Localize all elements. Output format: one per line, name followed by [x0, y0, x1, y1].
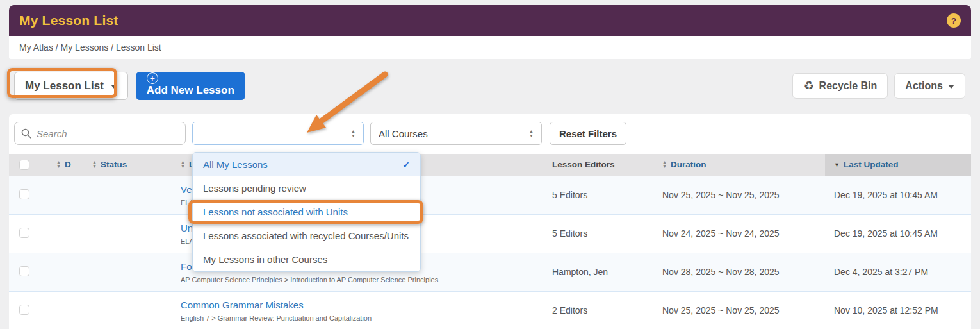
cell-last-updated: Dec 19, 2025 at 10:45 AM: [825, 214, 971, 253]
cell-duration: Nov 28, 2025 ~ Nov 28, 2025: [653, 253, 825, 291]
sort-icon: [56, 160, 61, 169]
column-header-last-updated[interactable]: Last Updated: [825, 154, 971, 176]
sort-icon: [181, 160, 185, 169]
lesson-filter-select[interactable]: [192, 122, 364, 145]
table-row: Unde ELA 2 5 Editors Nov 24, 2025 ~ Nov …: [9, 214, 971, 253]
add-new-lesson-button[interactable]: Add New Lesson: [136, 72, 245, 100]
lesson-table: D Status Lesson Name Lesson Editors Dura…: [9, 154, 971, 329]
row-checkbox[interactable]: [19, 228, 29, 238]
breadcrumb-path[interactable]: My Atlas / My Lessons / Lesson List: [19, 42, 161, 53]
row-checkbox[interactable]: [19, 266, 29, 276]
page-header-card: My Lesson List ? My Atlas / My Lessons /…: [9, 5, 971, 59]
column-header-d[interactable]: D: [47, 154, 83, 176]
column-header-lesson-editors: Lesson Editors: [543, 154, 653, 176]
select-all-header: [9, 154, 47, 176]
lesson-path: AP Computer Science Principles > Introdu…: [181, 276, 539, 283]
toolbar: My Lesson List Add New Lesson Recycle Bi…: [9, 72, 971, 100]
lesson-list-card: All Courses Reset Filters D Status Lesso…: [9, 114, 971, 329]
toolbar-right-group: Recycle Bin Actions: [792, 73, 965, 99]
table-row: Foun AP Computer Science Principles > In…: [9, 253, 971, 291]
page-title: My Lesson List: [19, 13, 118, 28]
column-label: Lesson Editors: [552, 160, 615, 169]
course-filter-select[interactable]: All Courses: [370, 122, 542, 145]
chevron-down-icon: [111, 85, 117, 89]
table-row: Common Grammar Mistakes English 7 > Gram…: [9, 291, 971, 329]
reset-filters-button[interactable]: Reset Filters: [550, 122, 626, 145]
cell-editors: 5 Editors: [543, 176, 653, 214]
lesson-list-selector-button[interactable]: My Lesson List: [14, 72, 128, 100]
menu-item-all-my-lessons[interactable]: All My Lessons ✓: [193, 153, 420, 176]
check-icon: ✓: [402, 160, 410, 170]
cell-last-updated: Dec 4, 2025 at 3:27 PM: [825, 253, 971, 291]
cell-status: [83, 253, 178, 291]
cell-duration: Nov 25, 2025 ~ Nov 25, 2025: [653, 291, 825, 329]
sort-icon: [662, 160, 667, 169]
cell-last-updated: Dec 19, 2025 at 10:45 AM: [825, 176, 971, 214]
menu-item-lessons-not-associated-with-units[interactable]: Lessons not associated with Units: [193, 200, 420, 224]
filter-bar: All Courses Reset Filters: [9, 114, 971, 145]
cell-d: [47, 214, 83, 253]
cell-duration: Nov 24, 2025 ~ Nov 24, 2025: [653, 214, 825, 253]
menu-item-label: All My Lessons: [203, 159, 268, 170]
select-arrows-icon: [351, 129, 355, 138]
search-box: [14, 122, 186, 145]
menu-item-label: Lessons associated with recycled Courses…: [203, 230, 409, 241]
column-label: Status: [101, 160, 127, 169]
table-row: Verb ELA 2 5 Editors Nov 25, 2025 ~ Nov …: [9, 176, 971, 214]
cell-status: [83, 214, 178, 253]
cell-editors: 2 Editors: [543, 291, 653, 329]
cell-last-updated: Nov 10, 2025 at 12:52 PM: [825, 291, 971, 329]
sort-icon: [92, 160, 97, 169]
menu-item-label: Lessons pending review: [203, 183, 306, 194]
breadcrumb: My Atlas / My Lessons / Lesson List: [9, 36, 971, 59]
plus-circle-icon: [147, 72, 158, 84]
column-label: D: [65, 160, 71, 169]
select-all-checkbox[interactable]: [19, 160, 29, 170]
chevron-down-icon: [948, 85, 954, 89]
menu-item-label: My Lessons in other Courses: [203, 254, 327, 265]
cell-editors: 5 Editors: [543, 214, 653, 253]
cell-d: [47, 176, 83, 214]
recycle-bin-button[interactable]: Recycle Bin: [792, 73, 888, 99]
table-header-row: D Status Lesson Name Lesson Editors Dura…: [9, 154, 971, 176]
menu-item-my-lessons-in-other-courses[interactable]: My Lessons in other Courses: [193, 248, 420, 271]
column-label: Last Updated: [844, 160, 899, 169]
cell-duration: Nov 25, 2025 ~ Nov 25, 2025: [653, 176, 825, 214]
column-header-status[interactable]: Status: [83, 154, 178, 176]
actions-label: Actions: [905, 80, 943, 92]
course-filter-value: All Courses: [379, 128, 428, 139]
actions-button[interactable]: Actions: [894, 73, 965, 99]
menu-item-label: Lessons not associated with Units: [203, 207, 348, 217]
cell-d: [47, 291, 83, 329]
row-checkbox[interactable]: [19, 189, 29, 199]
cell-d: [47, 253, 83, 291]
lesson-filter-dropdown-menu: All My Lessons ✓ Lessons pending review …: [192, 152, 421, 272]
column-label: Duration: [671, 160, 706, 169]
select-arrows-icon: [529, 129, 534, 138]
cell-editors: Hampton, Jen: [543, 253, 653, 291]
recycle-bin-label: Recycle Bin: [819, 80, 878, 92]
help-icon[interactable]: ?: [947, 13, 961, 28]
lesson-path: English 7 > Grammar Review: Punctuation …: [181, 314, 539, 322]
column-header-duration[interactable]: Duration: [653, 154, 825, 176]
menu-item-lessons-pending-review[interactable]: Lessons pending review: [193, 176, 420, 200]
row-checkbox[interactable]: [19, 305, 29, 315]
search-icon: [21, 128, 31, 139]
lesson-title-link[interactable]: Common Grammar Mistakes: [181, 299, 304, 310]
search-input[interactable]: [37, 128, 179, 139]
lesson-list-selector-label: My Lesson List: [25, 80, 104, 92]
recycle-icon: [803, 79, 813, 93]
cell-status: [83, 176, 178, 214]
page-header: My Lesson List ?: [9, 5, 971, 36]
sort-descending-icon: [834, 162, 840, 168]
add-new-lesson-label: Add New Lesson: [147, 84, 234, 96]
menu-item-lessons-associated-with-recycled[interactable]: Lessons associated with recycled Courses…: [193, 224, 420, 248]
cell-status: [83, 291, 178, 329]
